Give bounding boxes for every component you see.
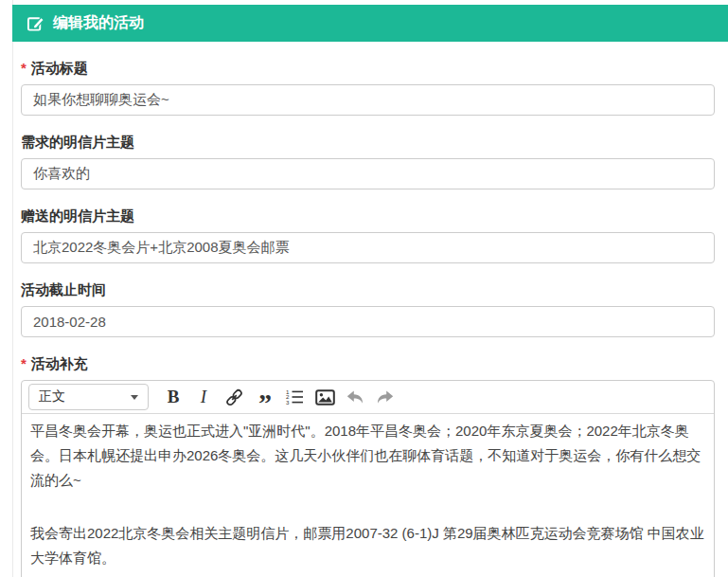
undo-button[interactable] [340, 384, 370, 410]
field-group-gift-theme: 赠送的明信片主题 [21, 208, 715, 263]
panel-header: 编辑我的活动 [12, 5, 728, 42]
ordered-list-button[interactable]: 1 2 3 [279, 384, 310, 410]
ordered-list-icon: 1 2 3 [285, 388, 304, 406]
field-group-requested-theme: 需求的明信片主题 [21, 135, 715, 189]
field-group-title: * 活动标题 [21, 61, 715, 116]
editor-paragraph: 平昌冬奥会开幕，奥运也正式进入"亚洲时代"。2018年平昌冬奥会；2020年东京… [30, 419, 705, 493]
editor-paragraph: 我会寄出2022北京冬奥会相关主题明信片，邮票用2007-32 (6-1)J 第… [30, 521, 705, 570]
field-label-row: 活动截止时间 [21, 282, 715, 298]
redo-button[interactable] [370, 384, 400, 410]
paragraph-style-dropdown[interactable]: 正文 [28, 384, 149, 410]
svg-text:3: 3 [286, 399, 290, 406]
field-label-row: * 活动标题 [21, 61, 715, 76]
deadline-label: 活动截止时间 [21, 282, 106, 298]
edit-activity-panel: 编辑我的活动 * 活动标题 需求的明信片主题 赠送的明信片主题 活动截止时间 [12, 5, 728, 577]
bold-icon: B [168, 387, 180, 407]
activity-form: * 活动标题 需求的明信片主题 赠送的明信片主题 活动截止时间 [12, 42, 728, 577]
requested-theme-input[interactable] [21, 158, 715, 189]
activity-title-input[interactable] [21, 84, 715, 116]
gift-theme-input[interactable] [21, 232, 715, 263]
required-asterisk: * [21, 61, 27, 76]
gift-theme-label: 赠送的明信片主题 [21, 208, 134, 224]
panel-title: 编辑我的活动 [53, 13, 144, 33]
activity-title-label: 活动标题 [31, 61, 88, 76]
required-asterisk: * [21, 356, 27, 371]
link-icon [225, 388, 243, 406]
requested-theme-label: 需求的明信片主题 [21, 135, 134, 150]
field-group-supplement: * 活动补充 正文 B I [21, 356, 715, 577]
undo-icon [346, 389, 364, 406]
italic-icon: I [201, 387, 206, 407]
rich-text-editor: 正文 B I [21, 380, 715, 577]
field-label-row: 赠送的明信片主题 [21, 208, 715, 224]
image-button[interactable] [310, 384, 340, 410]
deadline-input[interactable] [21, 306, 715, 337]
editor-content[interactable]: 平昌冬奥会开幕，奥运也正式进入"亚洲时代"。2018年平昌冬奥会；2020年东京… [22, 414, 714, 577]
redo-icon [376, 389, 395, 406]
italic-button[interactable]: I [188, 384, 219, 410]
bold-button[interactable]: B [158, 384, 188, 410]
supplement-label: 活动补充 [31, 356, 88, 371]
image-icon [315, 389, 335, 406]
editor-toolbar: 正文 B I [22, 381, 714, 414]
field-label-row: * 活动补充 [21, 356, 715, 371]
field-group-deadline: 活动截止时间 [21, 282, 715, 337]
field-label-row: 需求的明信片主题 [21, 135, 715, 150]
blockquote-button[interactable]: ” [249, 384, 279, 410]
link-button[interactable] [219, 384, 249, 410]
edit-icon [27, 14, 44, 32]
paragraph-style-value: 正文 [39, 388, 65, 406]
chevron-down-icon [131, 395, 138, 400]
